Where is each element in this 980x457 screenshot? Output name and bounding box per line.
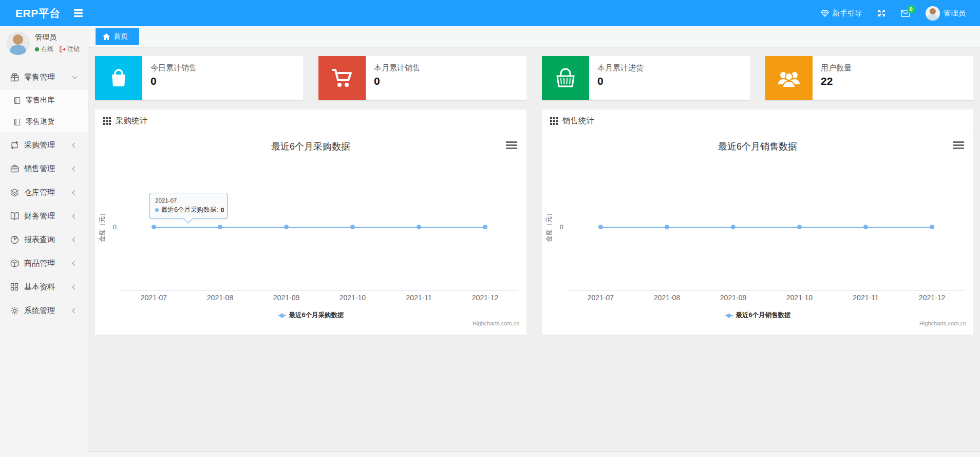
book-icon — [10, 211, 20, 221]
top-navbar: ERP平台 新手引导 0 — [0, 0, 980, 26]
x-tick-label: 2021-09 — [720, 294, 746, 302]
sidebar-item-retail-outbound[interactable]: 零售出库 — [0, 89, 88, 111]
sidebar-item-label: 报表查询 — [24, 235, 55, 245]
legend-label: 最近6个月采购数据 — [289, 311, 344, 320]
highcharts-credit-link[interactable]: Highcharts.com.cn — [473, 320, 519, 326]
data-point[interactable] — [218, 225, 222, 229]
card-value: 0 — [150, 75, 197, 87]
series-line — [600, 227, 932, 228]
sidebar-item-reports[interactable]: 报表查询 — [0, 228, 88, 251]
th-grid-icon — [550, 117, 558, 125]
chart-tooltip: 2021-07 最近6个月采购数据: 0 — [149, 193, 228, 219]
chevron-left-icon — [72, 261, 78, 266]
data-point[interactable] — [731, 225, 736, 229]
card-month-sales[interactable]: 本月累计销售 0 — [318, 56, 526, 100]
retail-submenu: 零售出库 零售退货 — [0, 89, 88, 133]
sidebar-toggle-icon[interactable] — [74, 9, 83, 17]
chevron-down-icon — [72, 74, 78, 79]
data-point[interactable] — [483, 225, 487, 229]
y-axis-tick: 0 — [554, 223, 563, 231]
sidebar-item-system[interactable]: 系统管理 — [0, 299, 88, 322]
x-tick-label: 2021-07 — [141, 294, 167, 302]
gift-icon — [10, 72, 20, 82]
avatar — [926, 6, 940, 21]
card-today-sales[interactable]: 今日累计销售 0 — [95, 56, 303, 100]
sidebar-item-label: 系统管理 — [24, 306, 55, 316]
sidebar-item-retail-return[interactable]: 零售退货 — [0, 111, 88, 133]
data-point[interactable] — [284, 225, 289, 229]
messages-button[interactable]: 0 — [901, 10, 910, 17]
x-tick-label: 2021-12 — [919, 294, 945, 302]
th-grid-icon — [103, 117, 111, 125]
legend-item[interactable]: 最近6个月采购数据 — [278, 311, 344, 320]
card-label: 今日累计销售 — [150, 63, 197, 73]
journal-icon — [13, 96, 22, 104]
sales-stats-panel: 销售统计 最近6个月销售数据 金额（元） 0 — [542, 109, 973, 335]
sidebar-item-label: 财务管理 — [24, 211, 55, 221]
sidebar-item-warehouse[interactable]: 仓库管理 — [0, 180, 88, 204]
gear-icon — [10, 306, 20, 315]
briefcase-icon — [10, 164, 20, 173]
card-user-count[interactable]: 用户数量 22 — [765, 56, 973, 100]
legend-item[interactable]: 最近6个月销售数据 — [725, 311, 791, 320]
x-tick-label: 2021-09 — [273, 294, 299, 302]
sidebar-item-purchase[interactable]: 采购管理 — [0, 133, 88, 157]
sidebar-item-products[interactable]: 商品管理 — [0, 251, 88, 275]
sidebar-item-finance[interactable]: 财务管理 — [0, 204, 88, 228]
card-value: 0 — [597, 75, 644, 87]
box-icon — [10, 259, 20, 268]
sidebar-username: 管理员 — [35, 33, 80, 42]
legend-marker-icon — [278, 313, 286, 318]
fullscreen-button[interactable] — [878, 9, 885, 17]
sidebar-item-label: 商品管理 — [24, 259, 55, 268]
sidebar-item-retail[interactable]: 零售管理 — [0, 65, 88, 89]
data-point[interactable] — [417, 225, 421, 229]
x-tick-label: 2021-08 — [654, 294, 680, 302]
layers-icon — [10, 188, 20, 197]
logout-button[interactable]: 注销 — [60, 45, 80, 53]
shopping-bag-icon — [95, 56, 142, 100]
user-menu[interactable]: 管理员 — [926, 6, 966, 21]
online-status-icon — [35, 47, 39, 51]
tab-home[interactable]: 首页 — [96, 28, 139, 45]
x-tick-label: 2021-07 — [588, 294, 614, 302]
tab-bar: 首页 — [88, 26, 980, 48]
data-point[interactable] — [152, 225, 156, 229]
highcharts-credit-link[interactable]: Highcharts.com.cn — [919, 320, 966, 326]
tooltip-value: 0 — [220, 207, 224, 214]
y-axis-tick: 0 — [107, 223, 117, 231]
sidebar-item-sales[interactable]: 销售管理 — [0, 157, 88, 180]
grid-icon — [10, 282, 20, 291]
x-axis-line — [121, 290, 518, 290]
card-month-purchase[interactable]: 本月累计进货 0 — [542, 56, 750, 100]
gem-icon — [821, 10, 829, 17]
data-point[interactable] — [350, 225, 355, 229]
sidebar: 管理员 在线 注销 零售管理 — [0, 26, 88, 457]
chevron-left-icon — [72, 308, 78, 314]
data-point[interactable] — [930, 225, 934, 229]
sidebar-item-label: 销售管理 — [24, 164, 55, 174]
sidebar-menu: 零售管理 零售出库 零售退货 — [0, 65, 88, 322]
sidebar-item-basic-data[interactable]: 基本资料 — [0, 275, 88, 299]
data-point[interactable] — [863, 225, 868, 229]
data-point[interactable] — [598, 225, 603, 229]
username-label: 管理员 — [944, 8, 966, 18]
sidebar-item-label: 基本资料 — [24, 282, 55, 292]
basket-icon — [542, 56, 589, 100]
card-value: 0 — [374, 75, 420, 87]
data-point[interactable] — [797, 225, 802, 229]
chevron-left-icon — [72, 214, 78, 219]
tooltip-header: 2021-07 — [155, 197, 222, 204]
x-tick-label: 2021-12 — [472, 294, 498, 302]
guide-button[interactable]: 新手引导 — [821, 8, 862, 18]
data-point[interactable] — [665, 225, 669, 229]
purchase-stats-panel: 采购统计 最近6个月采购数据 金额（元） 0 — [95, 109, 526, 335]
chevron-left-icon — [72, 237, 78, 243]
sidebar-item-label: 零售出库 — [26, 96, 54, 105]
sidebar-item-label: 零售退货 — [26, 117, 54, 126]
y-axis-title: 金额（元） — [98, 206, 107, 247]
y-axis-title: 金额（元） — [545, 206, 554, 247]
tab-label: 首页 — [114, 32, 128, 41]
x-tick-label: 2021-10 — [786, 294, 813, 302]
stat-cards-row: 今日累计销售 0 本月累计销售 0 — [95, 56, 973, 100]
